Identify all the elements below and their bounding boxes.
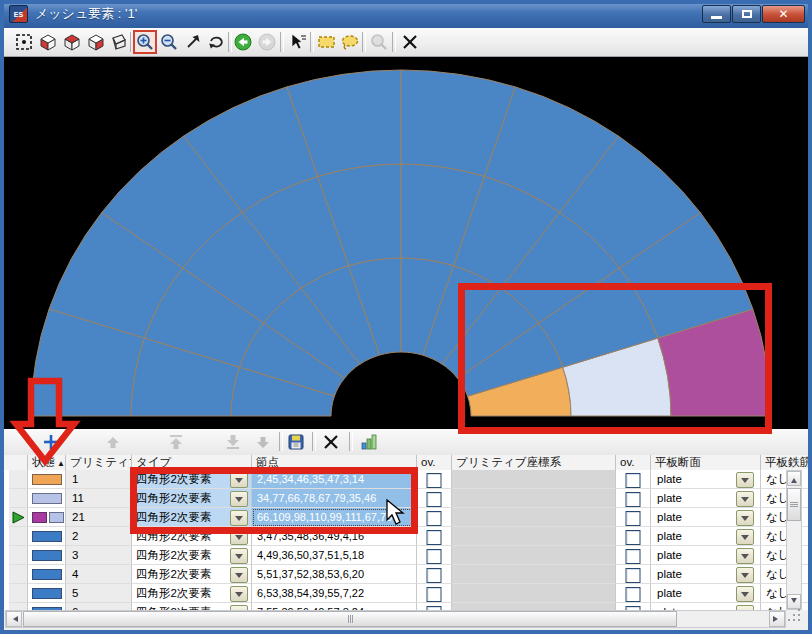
cell-status[interactable] — [28, 603, 66, 610]
scroll-up-button[interactable] — [787, 471, 801, 486]
cell-ov1[interactable] — [417, 603, 452, 610]
move-down-icon[interactable] — [254, 433, 272, 451]
close-button[interactable]: ✕ — [762, 5, 805, 23]
cell-section[interactable]: plate — [651, 508, 761, 527]
view-top-cube-icon[interactable] — [62, 32, 82, 52]
type-dropdown-button[interactable] — [230, 491, 248, 507]
section-dropdown-button[interactable] — [736, 491, 754, 507]
table-row[interactable]: 4四角形2次要素5,51,37,52,38,53,6,20plateなし — [4, 565, 808, 584]
cell-ov1[interactable] — [417, 508, 452, 527]
cell-nodes[interactable]: 6,53,38,54,39,55,7,22 — [252, 584, 417, 603]
selection-mode-icon[interactable] — [14, 32, 34, 52]
cell-section[interactable]: plate — [651, 546, 761, 565]
override-checkbox[interactable] — [626, 492, 641, 507]
view-iso-cube-icon[interactable] — [38, 32, 58, 52]
cell-primitive[interactable]: 3 — [66, 546, 132, 565]
type-dropdown-button[interactable] — [230, 586, 248, 602]
cell-ov2[interactable] — [616, 603, 651, 610]
scroll-left-button[interactable] — [6, 611, 22, 627]
table-row[interactable]: 5四角形2次要素6,53,38,54,39,55,7,22plateなし — [4, 584, 808, 603]
cell-ov1[interactable] — [417, 565, 452, 584]
save-icon[interactable] — [287, 433, 305, 451]
cell-nodes[interactable]: 34,77,66,78,67,79,35,46 — [252, 489, 417, 508]
cell-ov2[interactable] — [616, 584, 651, 603]
column-header-indicator[interactable] — [9, 455, 28, 470]
cell-nodes[interactable]: 2,45,34,46,35,47,3,14 — [252, 470, 417, 489]
section-dropdown-button[interactable] — [736, 472, 754, 488]
cell-primitive[interactable]: 4 — [66, 565, 132, 584]
cell-ov2[interactable] — [616, 527, 651, 546]
cell-section[interactable]: plate — [651, 527, 761, 546]
override-checkbox[interactable] — [626, 549, 641, 564]
table-row[interactable]: 1四角形2次要素2,45,34,46,35,47,3,14plateなし — [4, 470, 808, 489]
move-top-icon[interactable] — [167, 433, 185, 451]
minimize-button[interactable] — [702, 5, 731, 23]
nav-forward-icon[interactable] — [257, 32, 277, 52]
maximize-button[interactable] — [732, 5, 761, 23]
cell-indicator[interactable] — [9, 470, 28, 489]
fit-view-icon[interactable] — [183, 32, 203, 52]
title-bar[interactable]: ES メッシュ要素 : '1' ✕ — [0, 0, 812, 28]
cell-primitive[interactable]: 5 — [66, 584, 132, 603]
cell-status[interactable] — [28, 546, 66, 565]
cell-indicator[interactable] — [9, 584, 28, 603]
cell-ov2[interactable] — [616, 470, 651, 489]
cell-indicator[interactable] — [9, 489, 28, 508]
table-row[interactable]: 3四角形2次要素4,49,36,50,37,51,5,18plateなし — [4, 546, 808, 565]
cell-ov1[interactable] — [417, 584, 452, 603]
cell-section[interactable]: plate — [651, 584, 761, 603]
section-dropdown-button[interactable] — [736, 510, 754, 526]
cell-ov1[interactable] — [417, 470, 452, 489]
override-checkbox[interactable] — [427, 568, 442, 583]
cell-nodes[interactable]: 3,47,35,48,36,49,4,16 — [252, 527, 417, 546]
cell-ov2[interactable] — [616, 565, 651, 584]
table-row[interactable]: 6四角形2次要素7,55,39,56,40,57,8,24plateなし — [4, 603, 808, 610]
cell-type[interactable]: 四角形2次要素 — [132, 565, 252, 584]
column-header-type[interactable]: タイプ — [132, 455, 252, 470]
cell-coord[interactable] — [452, 489, 616, 508]
cell-primitive[interactable]: 1 — [66, 470, 132, 489]
nav-back-icon[interactable] — [233, 32, 253, 52]
cell-type[interactable]: 四角形2次要素 — [132, 508, 252, 527]
column-header-nodes[interactable]: 節点 — [252, 455, 417, 470]
cell-primitive[interactable]: 11 — [66, 489, 132, 508]
cell-nodes[interactable]: 4,49,36,50,37,51,5,18 — [252, 546, 417, 565]
cell-status[interactable] — [28, 584, 66, 603]
cell-status[interactable] — [28, 470, 66, 489]
override-checkbox[interactable] — [626, 473, 641, 488]
cell-status[interactable] — [28, 508, 66, 527]
column-header-coord[interactable]: プリミティブ座標系 — [452, 455, 616, 470]
cell-ov2[interactable] — [616, 489, 651, 508]
delete-row-icon[interactable] — [322, 433, 340, 451]
scroll-right-button[interactable] — [769, 611, 785, 627]
cell-nodes[interactable]: 7,55,39,56,40,57,8,24 — [252, 603, 417, 610]
section-dropdown-button[interactable] — [736, 586, 754, 602]
override-checkbox[interactable] — [427, 473, 442, 488]
override-checkbox[interactable] — [626, 568, 641, 583]
cell-coord[interactable] — [452, 508, 616, 527]
cell-nodes[interactable]: 5,51,37,52,38,53,6,20 — [252, 565, 417, 584]
cell-ov2[interactable] — [616, 546, 651, 565]
zoom-out-icon[interactable] — [159, 32, 179, 52]
view-wireframe-icon[interactable] — [108, 32, 128, 52]
column-header-ov2[interactable]: ov. — [616, 455, 651, 470]
rect-select-icon[interactable] — [317, 32, 337, 52]
scroll-down-button[interactable] — [787, 594, 801, 609]
cell-status[interactable] — [28, 565, 66, 584]
column-header-rebar[interactable]: 平板鉄筋 — [761, 455, 809, 470]
override-checkbox[interactable] — [427, 587, 442, 602]
column-header-ov1[interactable]: ov. — [417, 455, 452, 470]
cell-indicator[interactable] — [9, 527, 28, 546]
cell-section[interactable]: plate — [651, 603, 761, 610]
override-checkbox[interactable] — [626, 511, 641, 526]
column-header-primitive[interactable]: プリミティブ — [66, 455, 132, 470]
type-dropdown-button[interactable] — [230, 548, 248, 564]
move-up-icon[interactable] — [104, 433, 122, 451]
type-dropdown-button[interactable] — [230, 510, 248, 526]
inspect-icon[interactable] — [369, 32, 389, 52]
vertical-scroll-thumb[interactable] — [787, 488, 801, 521]
viewport-3d[interactable] — [4, 57, 808, 429]
cell-type[interactable]: 四角形2次要素 — [132, 546, 252, 565]
cell-ov2[interactable] — [616, 508, 651, 527]
table-row[interactable]: 2四角形2次要素3,47,35,48,36,49,4,16plateなし — [4, 527, 808, 546]
